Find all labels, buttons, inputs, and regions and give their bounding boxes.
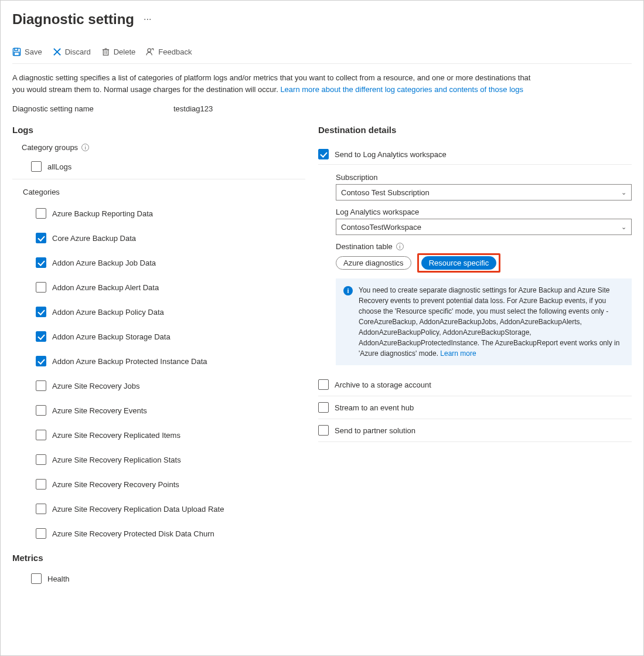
diagnostic-setting-page: Diagnostic setting ··· Save Discard Dele… — [0, 0, 644, 656]
categories-label: Categories — [23, 188, 305, 196]
dest-partner-checkbox[interactable] — [318, 425, 329, 436]
highlight-resource-specific: Resource specific — [417, 253, 501, 273]
toggle-azure-diagnostics[interactable]: Azure diagnostics — [336, 256, 411, 270]
save-button[interactable]: Save — [12, 47, 42, 56]
category-checkbox[interactable] — [36, 479, 46, 490]
svg-rect-2 — [14, 52, 19, 56]
subscription-select[interactable]: Contoso Test Subscription ⌄ — [336, 184, 632, 200]
category-label: Azure Site Recovery Replication Stats — [52, 456, 181, 464]
dest-eventhub-row: Stream to an event hub — [318, 396, 632, 419]
dest-storage-checkbox[interactable] — [318, 379, 329, 390]
info-icon[interactable]: i — [396, 243, 404, 250]
alllogs-checkbox[interactable] — [31, 161, 42, 172]
category-label: Azure Site Recovery Recovery Points — [52, 480, 179, 489]
chevron-down-icon: ⌄ — [621, 223, 626, 231]
category-label: Addon Azure Backup Storage Data — [52, 332, 171, 341]
category-label: Azure Site Recovery Replication Data Upl… — [52, 505, 224, 514]
toggle-resource-specific[interactable]: Resource specific — [421, 256, 497, 270]
info-learn-more-link[interactable]: Learn more — [440, 349, 476, 358]
toolbar: Save Discard Delete Feedback — [12, 47, 632, 64]
category-row: Azure Site Recovery Protected Disk Data … — [36, 521, 305, 546]
metrics-heading: Metrics — [12, 553, 305, 563]
category-checkbox[interactable] — [36, 282, 46, 293]
info-icon[interactable]: i — [81, 144, 89, 151]
dest-storage-label: Archive to a storage account — [335, 380, 431, 389]
dest-storage-row: Archive to a storage account — [318, 373, 632, 396]
category-row: Addon Azure Backup Alert Data — [36, 275, 305, 300]
chevron-down-icon: ⌄ — [621, 189, 626, 196]
more-actions-button[interactable]: ··· — [141, 14, 154, 25]
description: A diagnostic setting specifies a list of… — [12, 72, 540, 95]
category-checkbox[interactable] — [36, 405, 46, 416]
subscription-label: Subscription — [336, 173, 632, 182]
category-checkbox[interactable] — [36, 257, 46, 268]
category-groups-label: Category groups — [22, 143, 78, 152]
workspace-select[interactable]: ContosoTestWorkspace ⌄ — [336, 219, 632, 235]
discard-button[interactable]: Discard — [53, 47, 91, 56]
dest-eventhub-checkbox[interactable] — [318, 402, 329, 413]
category-label: Azure Site Recovery Protected Disk Data … — [52, 529, 214, 538]
category-row: Azure Site Recovery Jobs — [36, 373, 305, 398]
setting-name-row: Diagnostic setting name testdiag123 — [12, 104, 632, 113]
category-checkbox[interactable] — [36, 430, 46, 440]
alllogs-row: allLogs — [31, 157, 305, 176]
metric-label: Health — [47, 575, 70, 583]
alllogs-label: allLogs — [47, 162, 71, 171]
svg-rect-5 — [103, 50, 108, 55]
info-circle-icon: i — [343, 286, 353, 295]
save-label: Save — [25, 47, 42, 56]
dest-log-analytics-checkbox[interactable] — [318, 149, 329, 159]
destination-column: Destination details Send to Log Analytic… — [318, 125, 632, 589]
feedback-icon — [146, 47, 155, 56]
subscription-value: Contoso Test Subscription — [341, 188, 430, 197]
category-checkbox[interactable] — [36, 454, 46, 465]
info-text: You need to create separate diagnostic s… — [359, 286, 619, 358]
metric-row: Health — [31, 569, 305, 589]
category-label: Core Azure Backup Data — [52, 234, 136, 243]
trash-icon — [101, 47, 110, 56]
feedback-label: Feedback — [158, 47, 192, 56]
dest-table-label: Destination table — [336, 242, 393, 251]
logs-heading: Logs — [12, 125, 305, 135]
category-row: Azure Site Recovery Replicated Items — [36, 423, 305, 447]
log-analytics-details: Subscription Contoso Test Subscription ⌄… — [336, 173, 632, 365]
dest-log-analytics-label: Send to Log Analytics workspace — [335, 150, 447, 159]
save-icon — [12, 47, 21, 56]
category-checkbox[interactable] — [36, 380, 46, 391]
category-label: Azure Site Recovery Jobs — [52, 382, 140, 390]
category-row: Azure Site Recovery Events — [36, 398, 305, 423]
metric-checkbox[interactable] — [31, 573, 42, 584]
workspace-value: ContosoTestWorkspace — [341, 223, 421, 232]
dest-partner-label: Send to partner solution — [335, 426, 415, 435]
category-checkbox[interactable] — [36, 528, 46, 539]
dest-log-analytics-row: Send to Log Analytics workspace — [318, 143, 632, 165]
category-row: Addon Azure Backup Job Data — [36, 250, 305, 275]
category-checkbox[interactable] — [36, 331, 46, 342]
dest-table-toggle: Azure diagnostics Resource specific — [336, 253, 632, 273]
category-label: Addon Azure Backup Job Data — [52, 259, 156, 267]
category-checkbox[interactable] — [36, 504, 46, 514]
category-label: Addon Azure Backup Policy Data — [52, 308, 164, 317]
dest-eventhub-label: Stream to an event hub — [335, 403, 414, 412]
feedback-button[interactable]: Feedback — [146, 47, 192, 56]
setting-name-label: Diagnostic setting name — [12, 104, 173, 113]
info-panel: i You need to create separate diagnostic… — [336, 278, 632, 365]
category-checkbox[interactable] — [36, 356, 46, 366]
category-checkbox[interactable] — [36, 208, 46, 219]
category-checkbox[interactable] — [36, 233, 46, 243]
category-row: Azure Site Recovery Recovery Points — [36, 472, 305, 497]
category-label: Azure Site Recovery Events — [52, 406, 147, 415]
category-checkbox[interactable] — [36, 307, 46, 317]
category-row: Addon Azure Backup Storage Data — [36, 324, 305, 349]
close-icon — [53, 47, 62, 56]
delete-button[interactable]: Delete — [101, 47, 136, 56]
learn-more-link[interactable]: Learn more about the different log categ… — [280, 85, 523, 94]
discard-label: Discard — [65, 47, 91, 56]
page-title: Diagnostic setting — [12, 11, 134, 28]
svg-point-10 — [148, 49, 151, 52]
workspace-label: Log Analytics workspace — [336, 208, 632, 216]
category-label: Azure Backup Reporting Data — [52, 209, 153, 218]
dest-partner-row: Send to partner solution — [318, 419, 632, 442]
logs-column: Logs Category groups i allLogs Categorie… — [12, 125, 305, 589]
category-label: Addon Azure Backup Alert Data — [52, 283, 159, 292]
